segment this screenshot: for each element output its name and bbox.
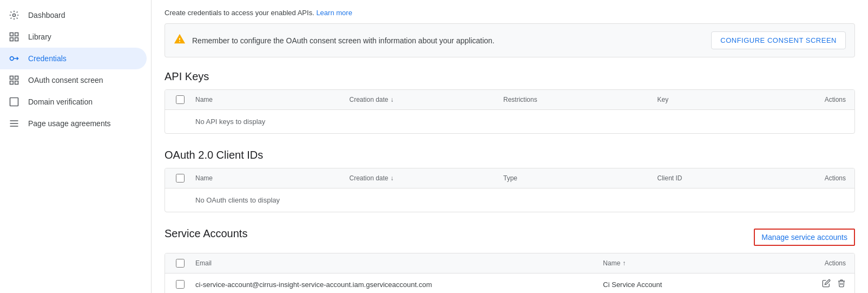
library-icon xyxy=(9,31,19,42)
svc-row-name: Ci Service Account xyxy=(603,281,811,289)
oauth-empty-message: No OAuth clients to display xyxy=(195,196,854,204)
oauth-clients-section: OAuth 2.0 Client IDs Name Creation date … xyxy=(165,149,855,212)
sidebar-item-label-oauth: OAuth consent screen xyxy=(28,76,103,84)
sidebar: Dashboard Library Credentials OAuth cons… xyxy=(0,0,152,293)
oauth-clients-table: Name Creation date ↓ Type Client ID Acti… xyxy=(165,168,855,212)
oauth-icon xyxy=(9,75,19,86)
api-keys-select-all-col xyxy=(165,95,195,104)
api-keys-table-header: Name Creation date ↓ Restrictions Key Ac… xyxy=(165,90,854,110)
warning-icon xyxy=(174,33,186,48)
page-usage-icon xyxy=(9,118,19,129)
sidebar-item-oauth[interactable]: OAuth consent screen xyxy=(0,69,147,91)
api-keys-sort-icon[interactable]: ↓ xyxy=(391,96,394,103)
oauth-col-type: Type xyxy=(503,174,657,182)
alert-text: Remember to configure the OAuth consent … xyxy=(192,36,705,45)
sidebar-item-label-credentials: Credentials xyxy=(28,54,67,63)
sidebar-item-domain[interactable]: Domain verification xyxy=(0,91,147,113)
domain-icon xyxy=(9,96,19,107)
top-notice: Create credentials to access your enable… xyxy=(165,9,855,17)
manage-service-accounts-link[interactable]: Manage service accounts xyxy=(754,229,855,246)
oauth-clients-table-header: Name Creation date ↓ Type Client ID Acti… xyxy=(165,168,854,188)
sidebar-item-label-library: Library xyxy=(28,32,51,41)
svc-sort-icon[interactable]: ↑ xyxy=(622,259,626,267)
api-keys-col-key: Key xyxy=(657,96,812,103)
oauth-sort-icon[interactable]: ↓ xyxy=(391,174,394,182)
oauth-col-creation: Creation date ↓ xyxy=(350,174,504,182)
svg-rect-4 xyxy=(15,38,18,41)
sidebar-item-page-usage[interactable]: Page usage agreements xyxy=(0,113,147,134)
oauth-col-actions: Actions xyxy=(811,174,854,182)
service-accounts-section: Service Accounts Manage service accounts… xyxy=(165,227,855,293)
svg-rect-2 xyxy=(15,33,18,36)
svc-select-all-checkbox[interactable] xyxy=(176,259,185,268)
sidebar-item-label-domain: Domain verification xyxy=(28,97,93,106)
svc-col-name: Name ↑ xyxy=(603,259,811,267)
svc-row-actions xyxy=(811,279,854,290)
api-keys-title: API Keys xyxy=(165,70,855,83)
sidebar-item-label-page-usage: Page usage agreements xyxy=(28,119,111,128)
api-keys-select-all-checkbox[interactable] xyxy=(176,95,185,104)
api-keys-col-restrictions: Restrictions xyxy=(503,96,657,103)
api-keys-section: API Keys Name Creation date ↓ Restrictio… xyxy=(165,70,855,134)
service-account-row: ci-service-account@cirrus-insight-servic… xyxy=(165,274,854,293)
svc-row-email: ci-service-account@cirrus-insight-servic… xyxy=(195,281,603,289)
credentials-icon xyxy=(9,53,19,64)
svg-rect-8 xyxy=(10,81,14,84)
oauth-empty-row: No OAuth clients to display xyxy=(165,188,854,212)
svc-col-actions: Actions xyxy=(811,259,854,267)
svg-rect-1 xyxy=(10,33,14,36)
oauth-clients-title: OAuth 2.0 Client IDs xyxy=(165,149,855,161)
oauth-select-all-col xyxy=(165,174,195,183)
svg-rect-6 xyxy=(10,76,14,80)
sidebar-item-dashboard[interactable]: Dashboard xyxy=(0,4,147,26)
service-accounts-table-header: Email Name ↑ Actions xyxy=(165,253,854,274)
svg-rect-10 xyxy=(10,98,18,106)
sidebar-item-label-dashboard: Dashboard xyxy=(28,11,65,19)
oauth-select-all-checkbox[interactable] xyxy=(176,174,185,183)
svg-rect-3 xyxy=(10,38,14,41)
svg-point-0 xyxy=(13,14,16,17)
api-keys-col-name: Name xyxy=(195,96,350,103)
dashboard-icon xyxy=(9,10,19,21)
svg-point-5 xyxy=(10,57,14,61)
sidebar-item-credentials[interactable]: Credentials xyxy=(0,48,147,69)
top-notice-text: Create credentials to access your enable… xyxy=(165,9,314,17)
service-accounts-table: Email Name ↑ Actions ci-service-account@… xyxy=(165,253,855,293)
edit-icon[interactable] xyxy=(822,279,831,290)
sidebar-item-library[interactable]: Library xyxy=(0,26,147,48)
main-content: Create credentials to access your enable… xyxy=(152,0,868,293)
alert-banner: Remember to configure the OAuth consent … xyxy=(165,23,855,57)
oauth-col-name: Name xyxy=(195,174,350,182)
api-keys-table: Name Creation date ↓ Restrictions Key Ac… xyxy=(165,89,855,134)
service-accounts-title: Service Accounts xyxy=(165,227,247,240)
api-keys-col-actions: Actions xyxy=(811,96,854,103)
svg-rect-7 xyxy=(15,76,18,80)
oauth-col-clientid: Client ID xyxy=(657,174,812,182)
svc-col-email: Email xyxy=(195,259,603,267)
delete-icon[interactable] xyxy=(837,279,846,290)
api-keys-empty-message: No API keys to display xyxy=(195,118,854,126)
svc-select-all-col xyxy=(165,259,195,268)
api-keys-empty-row: No API keys to display xyxy=(165,110,854,133)
service-accounts-header-row: Service Accounts Manage service accounts xyxy=(165,227,855,246)
api-keys-col-creation: Creation date ↓ xyxy=(350,96,504,103)
learn-more-link[interactable]: Learn more xyxy=(316,9,352,17)
svg-rect-9 xyxy=(15,81,18,84)
svc-row-checkbox[interactable] xyxy=(176,280,185,289)
configure-consent-button[interactable]: CONFIGURE CONSENT SCREEN xyxy=(711,31,846,49)
